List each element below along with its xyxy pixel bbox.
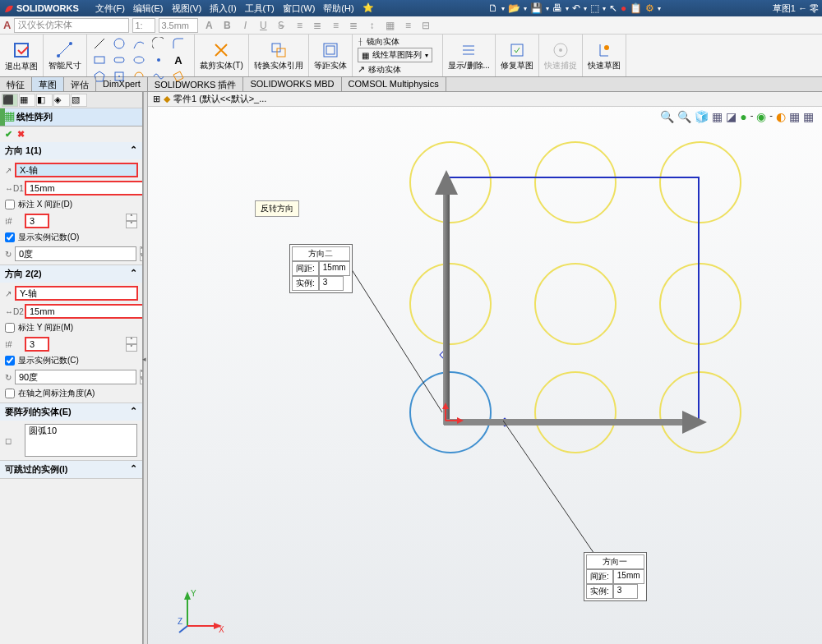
spline-icon[interactable] xyxy=(132,36,146,51)
dir1-axis-input[interactable] xyxy=(15,163,138,177)
point-icon[interactable] xyxy=(151,53,166,67)
linear-pattern-dropdown[interactable]: ▦线性草图阵列▾ xyxy=(358,48,432,62)
menu-window[interactable]: 窗口(W) xyxy=(279,1,319,16)
edit-scene-icon[interactable]: ▦ xyxy=(789,110,800,123)
menu-file[interactable]: 文件(F) xyxy=(92,1,128,16)
list-icon[interactable]: ≡ xyxy=(400,18,415,33)
tab-sketch[interactable]: 草图 xyxy=(32,77,64,91)
font-size-1[interactable] xyxy=(132,18,155,33)
pm-tab-2[interactable]: ▦ xyxy=(19,94,35,107)
menu-tools[interactable]: 工具(T) xyxy=(242,1,278,16)
menu-help[interactable]: 帮助(H) xyxy=(320,1,357,16)
ellipse-icon[interactable] xyxy=(132,53,146,67)
display-style-icon[interactable]: ▦ xyxy=(712,110,723,123)
dir1-angle-input[interactable] xyxy=(15,246,136,261)
reverse-dir1-icon[interactable]: ↗ xyxy=(5,166,12,175)
menu-view[interactable]: 视图(V) xyxy=(169,1,206,16)
italic2-icon[interactable]: I xyxy=(238,18,252,33)
dir1-spacing-input[interactable] xyxy=(25,181,143,196)
line-icon[interactable] xyxy=(92,36,107,51)
rect-icon[interactable] xyxy=(92,53,107,67)
cursor-icon[interactable]: ↖ xyxy=(609,2,617,14)
dir1-callout[interactable]: 方向一 间距:15mm 实例:3 xyxy=(584,552,647,601)
select-icon[interactable]: ⬚ xyxy=(590,2,599,14)
move-button[interactable]: 移动实体 xyxy=(368,65,401,74)
dir2-showcount-chk[interactable]: 显示实例记数(C) xyxy=(5,355,137,366)
menu-overflow-icon[interactable]: ⭐ xyxy=(359,1,377,16)
slot-icon[interactable] xyxy=(112,53,127,67)
dir2-spacing-input[interactable] xyxy=(25,304,143,319)
zoom-area-icon[interactable]: 🔍 xyxy=(677,110,691,123)
tab-dimxpert[interactable]: DimXpert xyxy=(96,77,148,91)
rapid-button[interactable]: 快速草图 xyxy=(583,34,626,76)
count-d2-spinner[interactable]: ˄˅ xyxy=(126,337,137,352)
display-button[interactable]: 显示/删除... xyxy=(443,34,496,76)
menu-insert[interactable]: 插入(I) xyxy=(206,1,239,16)
view-orient-icon[interactable]: 🧊 xyxy=(695,110,709,123)
zoom-fit-icon[interactable]: 🔍 xyxy=(660,110,674,123)
align-right-icon[interactable]: ≡ xyxy=(328,18,343,33)
tab-comsol[interactable]: COMSOL Multiphysics xyxy=(342,77,446,91)
dir1-header[interactable]: 方向 1(1)⌃ xyxy=(0,142,142,159)
callout-count[interactable]: 3 xyxy=(319,276,344,291)
save-icon[interactable]: 💾 xyxy=(530,2,543,14)
trim-button[interactable]: 裁剪实体(T) xyxy=(195,34,249,76)
undo-icon[interactable]: ↶ xyxy=(572,2,580,14)
circle-icon[interactable] xyxy=(112,36,127,51)
callout-count[interactable]: 3 xyxy=(613,584,638,599)
scene-icon[interactable]: ● xyxy=(740,110,746,123)
bold-icon[interactable]: A xyxy=(201,18,216,33)
repair-button[interactable]: 修复草图 xyxy=(496,34,539,76)
align-center-icon[interactable]: ≣ xyxy=(310,18,325,33)
italic-icon[interactable]: B xyxy=(219,18,234,33)
dir2-mark-angle-chk[interactable]: 在轴之间标注角度(A) xyxy=(5,388,137,399)
new-icon[interactable]: 🗋 xyxy=(488,2,498,14)
smart-dimension-button[interactable]: 智能尺寸 xyxy=(44,34,87,76)
tab-mbd[interactable]: SOLIDWORKS MBD xyxy=(243,77,341,91)
graphics-area[interactable]: ⊞ ◆ 零件1 (默认<<默认>_... 🔍 🔍 🧊 ▦ ◪ ●- ◉- ◐ ▦… xyxy=(148,92,822,644)
dir2-count-input[interactable] xyxy=(25,337,49,352)
appearance-icon[interactable]: ◉ xyxy=(756,110,766,123)
tab-addins[interactable]: SOLIDWORKS 插件 xyxy=(148,77,244,91)
callout-spacing[interactable]: 15mm xyxy=(613,569,644,584)
entities-list[interactable]: 圆弧10 xyxy=(25,424,137,457)
dir1-showcount-chk[interactable]: 显示实例记数(O) xyxy=(5,232,137,243)
print-icon[interactable]: 🖶 xyxy=(552,2,562,14)
dir2-arrow[interactable] xyxy=(435,170,459,425)
color-icon[interactable]: ▦ xyxy=(382,18,397,33)
fillet-icon[interactable] xyxy=(171,36,186,51)
dir2-angle-input[interactable] xyxy=(15,370,136,384)
spacing-icon[interactable]: ↕ xyxy=(364,18,379,33)
rebuild-icon[interactable]: ● xyxy=(621,2,626,14)
part-name[interactable]: 零件1 (默认<<默认>_... xyxy=(173,93,266,105)
indent-icon[interactable]: ⊟ xyxy=(418,18,433,33)
align-left-icon[interactable]: ≡ xyxy=(292,18,307,33)
pm-tab-3[interactable]: ◧ xyxy=(36,94,53,107)
ok-icon[interactable]: ✔ xyxy=(5,129,12,140)
tab-evaluate[interactable]: 评估 xyxy=(64,77,96,91)
settings-icon[interactable]: ⚙ xyxy=(645,2,654,14)
dir2-label-y-chk[interactable]: 标注 Y 间距(M) xyxy=(5,322,137,334)
strike-icon[interactable]: S̶ xyxy=(274,18,289,33)
pattern-bounds[interactable] xyxy=(443,177,700,421)
text-icon[interactable]: A xyxy=(171,53,186,67)
section-icon[interactable]: ◪ xyxy=(726,110,737,123)
options-icon[interactable]: 📋 xyxy=(630,2,642,14)
mirror-button[interactable]: 镜向实体 xyxy=(367,37,399,46)
dir2-axis-input[interactable] xyxy=(15,286,138,301)
open-icon[interactable]: 📂 xyxy=(508,2,520,14)
offset-button[interactable]: 等距实体 xyxy=(309,34,353,76)
hide-show-icon[interactable]: ◐ xyxy=(776,110,786,123)
pm-tab-5[interactable]: ▧ xyxy=(71,94,87,107)
exit-sketch-button[interactable]: 退出草图 xyxy=(0,34,44,76)
cancel-icon[interactable]: ✖ xyxy=(17,129,25,140)
convert-button[interactable]: 转换实体引用 xyxy=(249,34,309,76)
orientation-triad[interactable]: Y X Z xyxy=(178,586,227,636)
font-size-2[interactable] xyxy=(159,18,198,33)
pm-tab-4[interactable]: ◈ xyxy=(53,94,70,107)
entities-header[interactable]: 要阵列的实体(E)⌃ xyxy=(0,403,142,421)
pm-tab-1[interactable]: ⬛ xyxy=(2,94,18,107)
camera-icon[interactable]: ▦ xyxy=(803,110,814,123)
format-A-icon[interactable]: A xyxy=(3,19,11,31)
menu-edit[interactable]: 编辑(E) xyxy=(130,1,167,16)
